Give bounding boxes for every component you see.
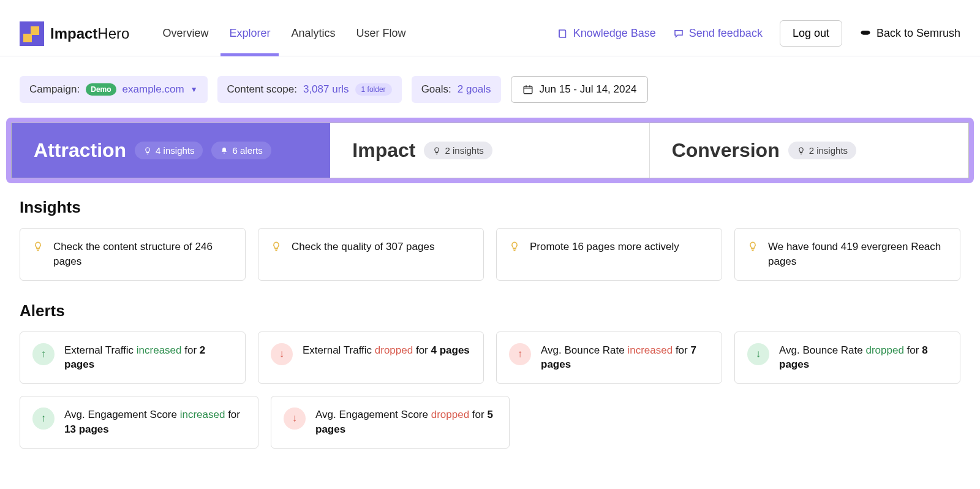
- stage-tabs: Attraction 4 insights 6 alerts Impact 2 …: [11, 123, 969, 178]
- alert-card[interactable]: ↑ External Traffic increased for 2 pages: [20, 332, 246, 384]
- back-to-semrush-link[interactable]: Back to Semrush: [859, 27, 960, 40]
- arrow-up-icon: ↑: [32, 343, 55, 365]
- alert-card[interactable]: ↓ Avg. Engagement Score dropped for 5 pa…: [271, 396, 510, 449]
- main-nav: Overview Explorer Analytics User Flow: [161, 11, 407, 56]
- arrow-down-icon: ↑: [509, 343, 531, 365]
- alert-card[interactable]: ↑ Avg. Engagement Score increased for 13…: [20, 396, 258, 449]
- header: ImpactHero Overview Explorer Analytics U…: [0, 0, 980, 56]
- chevron-down-icon: ▼: [190, 85, 198, 94]
- lightbulb-icon: [32, 241, 43, 252]
- insights-badge: 4 insights: [135, 142, 203, 159]
- stage-tab-impact[interactable]: Impact 2 insights: [330, 123, 649, 178]
- campaign-selector[interactable]: Campaign: Demo example.com ▼: [20, 76, 208, 103]
- lightbulb-icon: [747, 241, 758, 252]
- lightbulb-icon: [509, 241, 520, 252]
- demo-badge: Demo: [86, 83, 116, 96]
- alerts-badge: 6 alerts: [211, 142, 271, 159]
- filter-row: Campaign: Demo example.com ▼ Content sco…: [0, 56, 980, 118]
- alert-card[interactable]: ↓ Avg. Bounce Rate dropped for 8 pages: [734, 332, 960, 384]
- knowledge-base-link[interactable]: Knowledge Base: [557, 27, 656, 40]
- insight-card[interactable]: Promote 16 pages more actively: [496, 228, 722, 281]
- insights-heading: Insights: [20, 198, 960, 217]
- svg-rect-0: [524, 86, 532, 94]
- goals-selector[interactable]: Goals: 2 goals: [412, 76, 501, 103]
- insights-section: Insights Check the content structure of …: [0, 198, 980, 295]
- bell-icon: [220, 146, 228, 155]
- content-scope-selector[interactable]: Content scope: 3,087 urls 1 folder: [217, 76, 402, 103]
- date-range-picker[interactable]: Jun 15 - Jul 14, 2024: [511, 76, 649, 103]
- semrush-icon: [859, 28, 872, 40]
- logo-text: ImpactHero: [50, 25, 129, 42]
- arrow-down-icon: ↓: [271, 343, 293, 365]
- nav-user-flow[interactable]: User Flow: [355, 11, 407, 56]
- nav-overview[interactable]: Overview: [161, 11, 209, 56]
- stage-tabs-highlight: Attraction 4 insights 6 alerts Impact 2 …: [6, 118, 974, 183]
- book-icon: [557, 28, 568, 39]
- stage-tab-attraction[interactable]: Attraction 4 insights 6 alerts: [12, 123, 330, 178]
- alerts-heading: Alerts: [20, 301, 960, 320]
- lightbulb-icon: [432, 146, 441, 155]
- arrow-up-icon: ↓: [747, 343, 769, 365]
- lightbulb-icon: [143, 146, 152, 155]
- send-feedback-link[interactable]: Send feedback: [673, 27, 763, 40]
- alerts-section: Alerts ↑ External Traffic increased for …: [0, 301, 980, 463]
- lightbulb-icon: [271, 241, 282, 252]
- calendar-icon: [522, 84, 533, 95]
- logo[interactable]: ImpactHero: [20, 21, 129, 46]
- stage-tab-conversion[interactable]: Conversion 2 insights: [650, 123, 968, 178]
- insights-badge: 2 insights: [788, 142, 856, 159]
- folder-count-badge: 1 folder: [355, 83, 392, 96]
- nav-analytics[interactable]: Analytics: [290, 11, 336, 56]
- arrow-down-icon: ↓: [284, 408, 306, 430]
- logout-button[interactable]: Log out: [780, 20, 842, 47]
- logo-mark-icon: [20, 21, 44, 46]
- alert-card[interactable]: ↑ Avg. Bounce Rate increased for 7 pages: [496, 332, 722, 384]
- alert-card[interactable]: ↓ External Traffic dropped for 4 pages: [258, 332, 484, 384]
- nav-explorer[interactable]: Explorer: [228, 11, 271, 56]
- insight-card[interactable]: Check the quality of 307 pages: [258, 228, 484, 281]
- insight-card[interactable]: We have found 419 evergreen Reach pages: [734, 228, 960, 281]
- speech-bubble-icon: [673, 28, 684, 39]
- insight-card[interactable]: Check the content structure of 246 pages: [20, 228, 246, 281]
- lightbulb-icon: [797, 146, 805, 155]
- arrow-up-icon: ↑: [32, 408, 55, 430]
- insights-badge: 2 insights: [424, 142, 492, 159]
